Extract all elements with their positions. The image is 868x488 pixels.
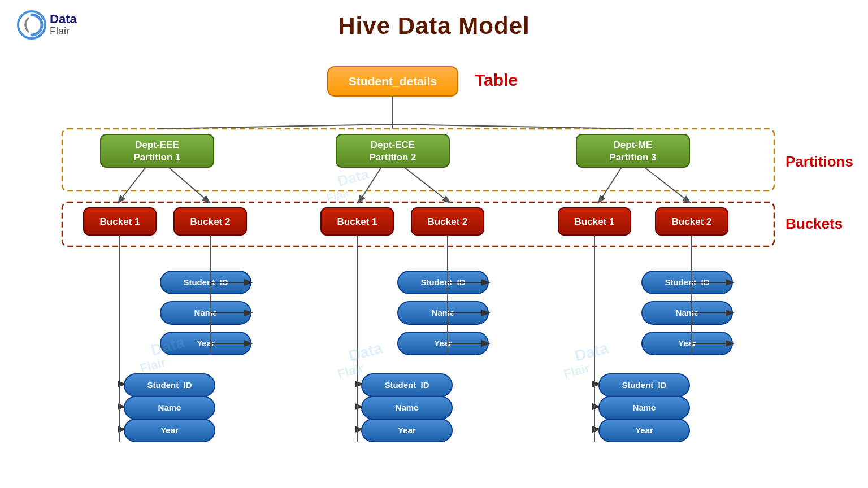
svg-rect-80 [362, 419, 452, 442]
svg-text:Student_ID: Student_ID [665, 277, 709, 287]
svg-rect-3 [328, 67, 458, 96]
svg-text:Student_ID: Student_ID [384, 380, 429, 390]
svg-text:Buckets: Buckets [785, 215, 843, 232]
svg-rect-102 [599, 419, 689, 442]
svg-line-22 [404, 167, 449, 202]
svg-text:Name: Name [633, 403, 656, 412]
svg-rect-96 [599, 374, 689, 396]
svg-text:Dept-ME: Dept-ME [614, 140, 653, 150]
logo-text: Data Flair [50, 12, 77, 37]
svg-rect-84 [642, 271, 732, 294]
svg-text:Partition 3: Partition 3 [609, 152, 656, 163]
svg-rect-31 [411, 208, 484, 235]
svg-text:Dept-ECE: Dept-ECE [371, 140, 415, 150]
svg-rect-87 [642, 302, 732, 324]
svg-text:Student_ID: Student_ID [622, 380, 666, 390]
logo-data: Data [50, 12, 77, 26]
svg-text:Bucket 1: Bucket 1 [337, 216, 377, 227]
svg-text:Flair: Flair [562, 361, 592, 381]
svg-text:Name: Name [432, 308, 455, 317]
svg-text:Bucket 1: Bucket 1 [100, 216, 140, 227]
svg-rect-99 [599, 396, 689, 419]
svg-text:Name: Name [158, 403, 181, 412]
svg-rect-2 [62, 202, 774, 246]
svg-text:Flair: Flair [138, 355, 168, 376]
svg-rect-65 [398, 302, 488, 324]
svg-text:Bucket 2: Bucket 2 [672, 216, 712, 227]
svg-rect-77 [362, 396, 452, 419]
svg-text:Table: Table [475, 71, 518, 89]
svg-line-7 [157, 124, 393, 129]
svg-line-23 [599, 167, 622, 202]
svg-rect-68 [398, 332, 488, 355]
svg-text:Year: Year [197, 338, 215, 348]
svg-rect-16 [576, 134, 689, 167]
svg-text:Name: Name [676, 308, 699, 317]
svg-line-19 [119, 167, 146, 202]
svg-rect-52 [124, 374, 215, 396]
svg-text:Year: Year [434, 338, 452, 348]
svg-line-21 [359, 167, 381, 202]
svg-rect-46 [160, 332, 251, 355]
svg-rect-1 [62, 129, 774, 191]
svg-text:Data: Data [573, 339, 611, 365]
svg-line-24 [644, 167, 689, 202]
svg-rect-35 [656, 208, 728, 235]
logo-flair: Flair [50, 26, 77, 37]
svg-rect-25 [84, 208, 156, 235]
svg-text:Year: Year [678, 338, 696, 348]
svg-rect-10 [101, 134, 214, 167]
svg-rect-40 [160, 271, 251, 294]
svg-text:Flair: Flair [336, 361, 366, 381]
svg-text:Partition 1: Partition 1 [133, 152, 180, 163]
svg-text:Student_ID: Student_ID [183, 277, 228, 287]
svg-rect-74 [362, 374, 452, 396]
svg-line-9 [393, 124, 633, 129]
svg-text:Data: Data [336, 165, 371, 190]
svg-text:Partitions: Partitions [785, 153, 853, 170]
svg-rect-33 [558, 208, 631, 235]
svg-text:Bucket 2: Bucket 2 [190, 216, 231, 227]
svg-rect-58 [124, 419, 215, 442]
svg-line-20 [168, 167, 209, 202]
svg-rect-27 [174, 208, 246, 235]
svg-text:Year: Year [398, 425, 416, 435]
svg-text:Flair: Flair [325, 186, 351, 204]
svg-text:Student_ID: Student_ID [420, 277, 465, 287]
svg-rect-62 [398, 271, 488, 294]
svg-text:Data: Data [149, 333, 187, 359]
svg-rect-29 [321, 208, 393, 235]
svg-rect-90 [642, 332, 732, 355]
diagram-svg: Student_details Table Dept-EEE Partition… [0, 51, 868, 488]
svg-text:Partition 2: Partition 2 [369, 152, 416, 163]
svg-text:Student_ID: Student_ID [147, 380, 192, 390]
logo-icon [17, 10, 46, 40]
svg-text:Data: Data [347, 339, 385, 365]
svg-text:Bucket 2: Bucket 2 [428, 216, 468, 227]
svg-rect-13 [336, 134, 449, 167]
svg-text:Dept-EEE: Dept-EEE [135, 140, 179, 150]
svg-rect-43 [160, 302, 251, 324]
svg-text:Name: Name [194, 308, 218, 317]
page-title: Hive Data Model [0, 0, 868, 40]
svg-text:Name: Name [396, 403, 419, 412]
svg-text:Year: Year [160, 425, 179, 435]
svg-text:Bucket 1: Bucket 1 [575, 216, 615, 227]
svg-text:Year: Year [635, 425, 653, 435]
svg-text:Student_details: Student_details [349, 75, 437, 88]
logo: Data Flair [17, 10, 77, 40]
svg-rect-55 [124, 396, 215, 419]
